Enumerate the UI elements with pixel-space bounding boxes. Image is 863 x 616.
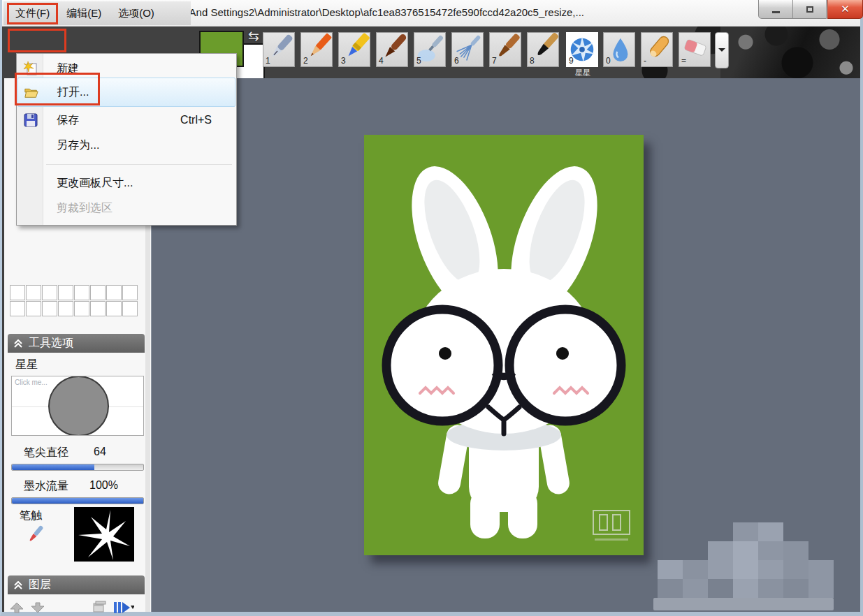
mosaic-cell — [733, 579, 758, 598]
layers-header[interactable]: 图层 — [8, 575, 145, 594]
star-stroke-icon — [74, 507, 134, 562]
menu-item-save[interactable]: 保存 Ctrl+S — [17, 107, 235, 133]
menu-separator — [46, 164, 232, 165]
current-tool-name: 星星 — [15, 358, 38, 372]
mosaic-cell — [708, 541, 733, 560]
palette-swatch[interactable] — [42, 301, 57, 316]
censored-mosaic — [658, 522, 834, 596]
tool-water-drop[interactable]: 0 — [603, 32, 635, 67]
mosaic-cell — [808, 579, 834, 598]
palette-swatch[interactable] — [10, 301, 25, 316]
minimize-button[interactable] — [758, 0, 793, 19]
mosaic-cell — [783, 541, 808, 560]
palette-swatch[interactable] — [58, 285, 73, 300]
diameter-value: 64 — [94, 446, 106, 458]
color-palette[interactable] — [10, 285, 144, 317]
palette-swatch[interactable] — [106, 301, 122, 316]
mosaic-cell — [783, 560, 808, 579]
layer-merge-icon[interactable] — [113, 600, 134, 615]
selected-tool-label: 星星 — [566, 68, 600, 78]
palette-swatch[interactable] — [26, 301, 41, 316]
palette-swatch[interactable] — [106, 285, 122, 300]
tool-dropdown-button[interactable] — [715, 32, 729, 68]
mosaic-cell — [808, 560, 834, 579]
maximize-icon — [806, 6, 813, 13]
mosaic-cell — [758, 579, 783, 598]
flow-value: 100% — [89, 479, 118, 492]
close-button[interactable]: ✕ — [827, 0, 863, 19]
tool-round-brush[interactable]: 7 — [489, 32, 521, 67]
layer-toolbar — [10, 598, 145, 616]
tool-pencil[interactable]: 2 — [300, 32, 333, 67]
minimize-icon — [772, 11, 780, 13]
flow-label: 墨水流量 — [24, 479, 68, 494]
tool-options-header[interactable]: 工具选项 — [8, 334, 145, 353]
tool-marker[interactable]: 3 — [338, 32, 370, 67]
menu-item-resize-canvas[interactable]: 更改画板尺寸... — [17, 170, 235, 196]
layer-properties-icon[interactable] — [92, 601, 106, 615]
tool-airbrush[interactable]: 5 — [414, 32, 446, 67]
workspace — [152, 78, 860, 612]
tool-fan-brush[interactable]: 6 — [451, 32, 484, 67]
mosaic-cell — [683, 579, 708, 598]
diameter-slider[interactable] — [11, 464, 144, 471]
menu-item-save-as[interactable]: 另存为... — [17, 132, 235, 159]
palette-swatch[interactable] — [122, 301, 138, 316]
preview-hint-text: Click me... — [15, 379, 48, 386]
palette-swatch[interactable] — [26, 285, 41, 300]
menu-edit[interactable]: 编辑(E) — [58, 3, 110, 24]
brush-preview-box[interactable]: Click me... — [11, 376, 144, 436]
mosaic-cell — [733, 560, 758, 579]
menu-item-open[interactable]: 打开... — [17, 78, 235, 107]
diameter-slider-fill — [12, 464, 94, 470]
rabbit-artwork — [364, 135, 644, 555]
app-window: SmoothDraw 4.0.5 - E:\Document And Setti… — [0, 0, 863, 616]
brush-icon[interactable] — [24, 525, 46, 545]
maximize-button[interactable] — [793, 0, 827, 19]
menu-bar: 文件(F) 编辑(E) 选项(O) — [3, 1, 191, 25]
open-folder-icon — [24, 85, 39, 100]
tool-eraser[interactable]: = — [679, 32, 711, 67]
stroke-shape-preview[interactable] — [74, 507, 134, 562]
menu-options[interactable]: 选项(O) — [110, 3, 163, 24]
toolbar-splash-art — [720, 27, 860, 78]
palette-swatch[interactable] — [122, 285, 138, 300]
mosaic-cell — [658, 560, 683, 579]
mosaic-cell — [708, 579, 733, 598]
collapse-chevron-icon — [13, 339, 23, 348]
flow-slider[interactable] — [11, 497, 144, 504]
mosaic-cell — [733, 522, 758, 541]
drawing-canvas[interactable] — [364, 135, 644, 555]
censored-mosaic-strip — [653, 598, 834, 610]
swap-colors-icon[interactable]: ⇆ — [248, 28, 259, 44]
palette-swatch[interactable] — [74, 285, 89, 300]
mosaic-cell — [758, 522, 783, 541]
mosaic-cell — [783, 579, 808, 598]
save-icon — [23, 112, 38, 128]
palette-swatch[interactable] — [90, 285, 106, 300]
stroke-label: 笔触 — [20, 508, 42, 523]
layer-down-icon[interactable] — [31, 601, 45, 614]
menu-item-crop-to-selection[interactable]: 剪裁到选区 — [17, 195, 235, 221]
tool-ink-brush[interactable]: 8 — [527, 32, 559, 67]
tool-smudge-finger[interactable]: - — [641, 32, 673, 67]
tool-star[interactable]: 9 — [566, 32, 598, 67]
mosaic-cell — [683, 560, 708, 579]
palette-swatch[interactable] — [74, 301, 89, 316]
mosaic-cell — [733, 541, 758, 560]
diameter-label: 笔尖直径 — [24, 446, 68, 460]
new-document-icon — [23, 61, 38, 76]
layer-up-icon[interactable] — [10, 601, 24, 614]
palette-swatch[interactable] — [42, 285, 57, 300]
tool-ink-pen[interactable]: 4 — [376, 32, 408, 67]
brush-size-circle — [48, 376, 109, 436]
file-menu-dropdown: 新建 打开... 保存 Ctrl+S 另存为... 更改画板尺寸... — [16, 53, 237, 226]
mosaic-cell — [708, 560, 733, 579]
palette-swatch[interactable] — [90, 301, 106, 316]
menu-file[interactable]: 文件(F) — [7, 3, 58, 24]
tool-pen[interactable]: 1 — [263, 32, 295, 67]
mosaic-cell — [658, 579, 683, 598]
palette-swatch[interactable] — [10, 285, 25, 300]
mosaic-cell — [758, 541, 783, 560]
palette-swatch[interactable] — [58, 301, 73, 316]
